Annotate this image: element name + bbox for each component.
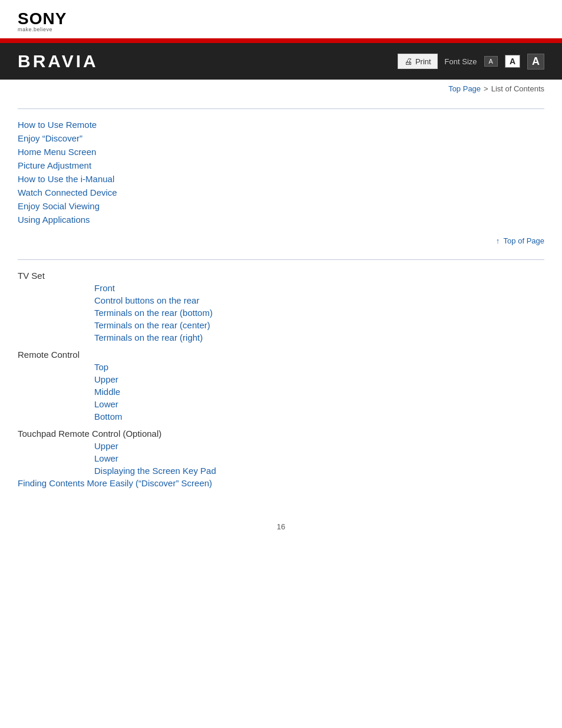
toc-sub-link[interactable]: Lower [94, 453, 118, 463]
nav-link[interactable]: Watch Connected Device [18, 187, 117, 197]
toc-section: TV SetFrontControl buttons on the rearTe… [18, 271, 544, 488]
toc-sub-link[interactable]: Terminals on the rear (center) [94, 320, 210, 330]
toc-sub-link[interactable]: Bottom [94, 411, 123, 421]
toc-sub-link[interactable]: Upper [94, 374, 118, 384]
toc-category-group: Remote ControlTopUpperMiddleLowerBottom [18, 350, 544, 421]
print-button[interactable]: 🖨 Print [398, 54, 438, 69]
nav-link[interactable]: Using Applications [18, 215, 90, 225]
print-label: Print [415, 57, 431, 66]
list-item: Lower [94, 453, 544, 463]
font-large-button[interactable]: A [527, 54, 544, 70]
toc-category-group: Finding Contents More Easily (“Discover”… [18, 478, 544, 488]
list-item: Top [94, 362, 544, 372]
toc-category-label: Remote Control [18, 350, 544, 360]
top-of-page-link[interactable]: ↑ Top of Page [496, 236, 544, 245]
toc-category-label: Touchpad Remote Control (Optional) [18, 429, 544, 439]
toc-sub-link[interactable]: Top [94, 362, 108, 372]
list-item: Enjoy Social Viewing [18, 201, 544, 211]
list-item: Upper [94, 441, 544, 451]
toc-sub-links: TopUpperMiddleLowerBottom [94, 362, 544, 421]
toc-sub-link[interactable]: Displaying the Screen Key Pad [94, 466, 216, 476]
nav-link[interactable]: Picture Adjustment [18, 160, 91, 170]
nav-link[interactable]: Enjoy “Discover” [18, 133, 82, 143]
breadcrumb: Top Page > List of Contents [0, 80, 562, 98]
bravia-title: BRAVIA [18, 51, 98, 71]
top-divider [18, 108, 544, 109]
list-item: Picture Adjustment [18, 160, 544, 170]
mid-divider [18, 259, 544, 260]
toc-sub-links: FrontControl buttons on the rearTerminal… [94, 283, 544, 342]
list-item: Enjoy “Discover” [18, 133, 544, 143]
nav-link[interactable]: Enjoy Social Viewing [18, 201, 100, 211]
sony-logo: SONY make.believe [18, 11, 67, 32]
top-nav-links: How to Use RemoteEnjoy “Discover”Home Me… [18, 120, 544, 225]
list-item: Terminals on the rear (center) [94, 320, 544, 330]
top-of-page-label: Top of Page [504, 236, 544, 245]
toc-category-group: TV SetFrontControl buttons on the rearTe… [18, 271, 544, 342]
font-medium-button[interactable]: A [505, 55, 520, 68]
toc-sub-link[interactable]: Upper [94, 441, 118, 451]
list-item: Front [94, 283, 544, 293]
list-item: Bottom [94, 411, 544, 421]
print-icon: 🖨 [404, 57, 412, 66]
nav-link[interactable]: Home Menu Screen [18, 147, 96, 157]
toc-sub-link[interactable]: Control buttons on the rear [94, 295, 199, 305]
bravia-controls: 🖨 Print Font Size A A A [398, 54, 544, 70]
sony-tagline: make.believe [18, 27, 67, 32]
breadcrumb-separator: > [484, 84, 488, 93]
list-item: How to Use the i-Manual [18, 174, 544, 184]
list-item: Lower [94, 399, 544, 409]
list-item: Using Applications [18, 215, 544, 225]
list-item: Control buttons on the rear [94, 295, 544, 305]
toc-sub-links: UpperLowerDisplaying the Screen Key Pad [94, 441, 544, 476]
list-item: Middle [94, 387, 544, 397]
toc-top-link[interactable]: Finding Contents More Easily (“Discover”… [18, 478, 544, 488]
list-item: Terminals on the rear (right) [94, 332, 544, 342]
toc-sub-link[interactable]: Middle [94, 387, 120, 397]
breadcrumb-current: List of Contents [491, 84, 544, 93]
bravia-header-bar: BRAVIA 🖨 Print Font Size A A A [0, 43, 562, 80]
font-small-button[interactable]: A [484, 56, 498, 67]
list-item: Home Menu Screen [18, 147, 544, 157]
nav-link[interactable]: How to Use the i-Manual [18, 174, 114, 184]
toc-sub-link[interactable]: Lower [94, 399, 118, 409]
main-content: How to Use RemoteEnjoy “Discover”Home Me… [0, 98, 562, 505]
top-bar: SONY make.believe [0, 0, 562, 38]
page-number: 16 [0, 522, 562, 543]
list-item: Watch Connected Device [18, 187, 544, 197]
breadcrumb-top-page[interactable]: Top Page [448, 84, 481, 93]
list-item: How to Use Remote [18, 120, 544, 130]
toc-category-label: TV Set [18, 271, 544, 281]
toc-sub-link[interactable]: Terminals on the rear (right) [94, 332, 203, 342]
nav-link[interactable]: How to Use Remote [18, 120, 97, 130]
toc-category-group: Touchpad Remote Control (Optional)UpperL… [18, 429, 544, 476]
top-of-page-section: ↑ Top of Page [18, 230, 544, 255]
font-size-label: Font Size [445, 57, 477, 66]
list-item: Displaying the Screen Key Pad [94, 466, 544, 476]
arrow-up-icon: ↑ [496, 236, 500, 245]
red-accent-bar [0, 38, 562, 43]
toc-sub-link[interactable]: Terminals on the rear (bottom) [94, 308, 213, 318]
list-item: Upper [94, 374, 544, 384]
list-item: Terminals on the rear (bottom) [94, 308, 544, 318]
sony-text: SONY [18, 11, 67, 27]
toc-sub-link[interactable]: Front [94, 283, 115, 293]
